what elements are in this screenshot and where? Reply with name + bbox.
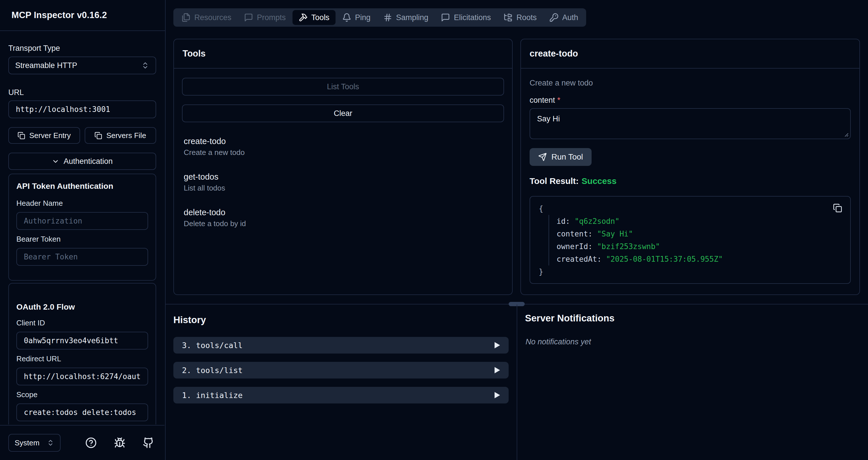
copy-icon bbox=[94, 132, 102, 139]
json-value: "Say Hi" bbox=[597, 230, 633, 238]
tool-description: List all todos bbox=[184, 184, 502, 192]
client-id-input[interactable] bbox=[17, 332, 148, 350]
history-item-label: 3. tools/call bbox=[182, 341, 243, 350]
app-title: MCP Inspector v0.16.2 bbox=[11, 10, 107, 21]
tab-label: Auth bbox=[562, 13, 578, 22]
tool-list-item-delete-todo[interactable]: delete-todo Delete a todo by id bbox=[184, 208, 502, 228]
tool-list: create-todo Create a new todo get-todos … bbox=[182, 137, 504, 228]
bearer-token-input[interactable] bbox=[17, 248, 148, 266]
chevrons-up-down-icon bbox=[141, 61, 149, 69]
json-entry: id: "q6z2sodn" bbox=[557, 215, 842, 228]
json-entry: ownerId: "bzif253zswnb" bbox=[557, 240, 842, 253]
hammer-icon bbox=[299, 13, 308, 22]
expand-arrow-icon bbox=[495, 342, 500, 349]
debug-button[interactable] bbox=[114, 437, 125, 449]
copy-result-button[interactable] bbox=[833, 203, 842, 212]
json-key: content: bbox=[557, 230, 592, 238]
redirect-url-label: Redirect URL bbox=[17, 354, 148, 363]
api-token-heading: API Token Authentication bbox=[17, 182, 148, 191]
json-open-brace: { bbox=[539, 202, 842, 215]
scope-label: Scope bbox=[17, 390, 148, 399]
history-item-tools-list[interactable]: 2. tools/list bbox=[174, 362, 508, 379]
run-tool-button[interactable]: Run Tool bbox=[530, 148, 592, 166]
theme-select[interactable]: System bbox=[8, 434, 61, 452]
json-entry: content: "Say Hi" bbox=[557, 228, 842, 240]
tool-name: create-todo bbox=[184, 137, 502, 146]
json-entries: id: "q6z2sodn" content: "Say Hi" ownerId… bbox=[549, 215, 842, 265]
url-label: URL bbox=[8, 88, 156, 97]
tab-auth[interactable]: Auth bbox=[544, 10, 584, 25]
tool-name: get-todos bbox=[184, 172, 502, 182]
tool-detail-panel: create-todo Create a new todo content* S… bbox=[520, 39, 860, 295]
tab-roots[interactable]: Roots bbox=[497, 10, 543, 25]
tool-detail-title: create-todo bbox=[530, 48, 578, 59]
json-close-brace: } bbox=[539, 265, 842, 278]
tab-resources[interactable]: Resources bbox=[175, 10, 237, 25]
help-button[interactable] bbox=[85, 437, 97, 449]
tab-sampling[interactable]: Sampling bbox=[377, 10, 435, 25]
history-item-tools-call[interactable]: 3. tools/call bbox=[174, 337, 508, 354]
servers-file-label: Servers File bbox=[106, 131, 146, 140]
clear-button[interactable]: Clear bbox=[182, 104, 504, 122]
tool-result-status: Success bbox=[582, 176, 617, 186]
tab-prompts[interactable]: Prompts bbox=[238, 10, 292, 25]
send-icon bbox=[538, 153, 547, 161]
github-icon bbox=[143, 437, 154, 449]
history-item-label: 2. tools/list bbox=[182, 366, 243, 375]
history-item-initialize[interactable]: 1. initialize bbox=[174, 387, 508, 403]
oauth-heading: OAuth 2.0 Flow bbox=[17, 302, 148, 311]
authentication-toggle[interactable]: Authentication bbox=[8, 153, 156, 170]
tool-list-item-create-todo[interactable]: create-todo Create a new todo bbox=[184, 137, 502, 156]
run-tool-label: Run Tool bbox=[551, 152, 583, 162]
tool-result-label: Tool Result: bbox=[530, 176, 579, 186]
transport-select-value: Streamable HTTP bbox=[15, 61, 77, 70]
transport-select[interactable]: Streamable HTTP bbox=[8, 57, 156, 74]
content-field-label: content* bbox=[530, 96, 851, 105]
bearer-token-label: Bearer Token bbox=[17, 235, 148, 243]
main-area: Resources Prompts Tools Ping Sampling bbox=[166, 0, 868, 460]
tool-description: Delete a todo by id bbox=[184, 220, 502, 228]
json-value: "bzif253zswnb" bbox=[597, 242, 660, 251]
tool-description: Create a new todo bbox=[184, 149, 502, 156]
tools-panel-title: Tools bbox=[183, 48, 206, 59]
bell-icon bbox=[342, 13, 351, 22]
url-input[interactable] bbox=[8, 100, 156, 118]
server-entry-label: Server Entry bbox=[29, 131, 71, 140]
tab-label: Resources bbox=[194, 13, 231, 22]
chevrons-up-down-icon bbox=[47, 439, 54, 447]
vertical-divider bbox=[517, 304, 517, 460]
header-name-label: Header Name bbox=[17, 199, 148, 207]
hash-icon bbox=[383, 13, 392, 22]
servers-file-button[interactable]: Servers File bbox=[85, 127, 156, 144]
tool-result-json: { id: "q6z2sodn" content: "Say Hi" owner… bbox=[530, 196, 851, 284]
tools-panel-header: Tools bbox=[174, 39, 512, 69]
tab-label: Prompts bbox=[257, 13, 286, 22]
key-icon bbox=[549, 13, 559, 22]
theme-select-value: System bbox=[14, 438, 40, 448]
sidebar-header: MCP Inspector v0.16.2 bbox=[0, 0, 165, 31]
tool-list-item-get-todos[interactable]: get-todos List all todos bbox=[184, 172, 502, 192]
tab-label: Ping bbox=[355, 13, 371, 22]
tab-elicitations[interactable]: Elicitations bbox=[435, 10, 497, 25]
redirect-url-input[interactable] bbox=[17, 368, 148, 385]
circle-help-icon bbox=[85, 437, 97, 449]
history-list: 3. tools/call 2. tools/list 1. initializ… bbox=[174, 337, 508, 403]
content-field-input[interactable]: Say Hi bbox=[530, 108, 851, 139]
tab-tools[interactable]: Tools bbox=[292, 10, 336, 25]
tab-ping[interactable]: Ping bbox=[336, 10, 377, 25]
files-icon bbox=[181, 13, 191, 22]
tab-label: Sampling bbox=[396, 13, 429, 22]
header-name-input[interactable] bbox=[17, 212, 148, 230]
json-value: "2025-08-01T15:37:05.955Z" bbox=[606, 255, 723, 263]
tab-bar: Resources Prompts Tools Ping Sampling bbox=[174, 8, 586, 27]
history-item-label: 1. initialize bbox=[182, 391, 243, 400]
scope-input[interactable] bbox=[17, 403, 148, 421]
list-tools-button[interactable]: List Tools bbox=[182, 78, 504, 96]
tool-detail-header: create-todo bbox=[521, 39, 859, 69]
folder-tree-icon bbox=[503, 13, 513, 22]
sidebar-body: Transport Type Streamable HTTP URL Serve… bbox=[0, 32, 164, 424]
sidebar: MCP Inspector v0.16.2 Transport Type Str… bbox=[0, 0, 166, 460]
tool-name: delete-todo bbox=[184, 208, 502, 217]
github-button[interactable] bbox=[143, 437, 154, 449]
server-entry-button[interactable]: Server Entry bbox=[8, 127, 80, 144]
